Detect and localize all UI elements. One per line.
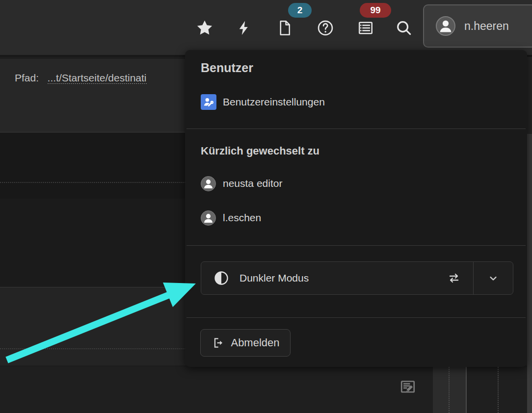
clear-cache-button[interactable] <box>234 18 254 38</box>
logout-icon <box>211 336 225 350</box>
menu-divider <box>186 129 526 129</box>
recent-user-label: l.eschen <box>223 212 261 224</box>
content-columns <box>0 367 527 413</box>
user-settings-icon <box>201 94 216 110</box>
system-warning-count-badge: 99 <box>360 3 391 18</box>
content-column <box>433 367 466 413</box>
user-menu-button[interactable]: n.heeren <box>423 4 532 48</box>
contrast-half-circle-icon <box>213 270 230 286</box>
breadcrumb: Pfad: ...t/Startseite/destinati <box>15 72 185 84</box>
username-label: n.heeren <box>464 20 509 33</box>
bookmark-button[interactable] <box>195 18 214 38</box>
menu-title: Benutzer <box>201 61 253 75</box>
opendocs-count-badge: 2 <box>288 3 312 18</box>
breadcrumb-label: Pfad: <box>15 72 39 83</box>
person-icon <box>202 177 215 190</box>
menu-divider <box>186 317 526 318</box>
color-scheme-toggle[interactable]: Dunkler Modus <box>201 262 473 294</box>
avatar <box>201 176 216 191</box>
typo3-backend-screen: Pfad: ...t/Startseite/destinati <box>0 0 532 413</box>
recent-switch-title: Kürzlich gewechselt zu <box>201 145 319 157</box>
avatar <box>201 210 216 226</box>
edit-record-icon[interactable] <box>399 378 417 395</box>
logout-label: Abmelden <box>231 336 279 349</box>
user-settings-label: Benutzereinstellungen <box>223 96 325 108</box>
recent-user-item[interactable]: l.eschen <box>201 209 261 226</box>
color-scheme-dropdown-button[interactable] <box>474 262 513 294</box>
breadcrumb-path-link[interactable]: ...t/Startseite/destinati <box>48 72 147 84</box>
dotted-column-line <box>449 367 450 413</box>
menu-divider <box>186 245 526 246</box>
user-settings-item[interactable]: Benutzereinstellungen <box>201 93 325 111</box>
avatar <box>436 16 455 36</box>
list-icon <box>357 19 374 37</box>
dotted-column-line <box>498 367 499 413</box>
recent-user-label: neusta editor <box>223 178 282 189</box>
user-dropdown-menu: Benutzer Benutzereinstellungen Kürzlich … <box>185 50 527 367</box>
chevron-down-icon <box>487 272 500 284</box>
help-button[interactable] <box>316 18 335 38</box>
question-circle-icon <box>316 19 335 37</box>
opendocs-button[interactable] <box>275 18 294 38</box>
logout-button[interactable]: Abmelden <box>200 329 291 357</box>
recent-user-item[interactable]: neusta editor <box>201 175 282 192</box>
document-icon <box>276 19 293 37</box>
scrollbar-track[interactable] <box>527 57 532 413</box>
person-icon <box>437 17 454 35</box>
column-divider-line <box>466 367 467 413</box>
star-icon <box>196 19 213 37</box>
search-icon <box>395 19 413 37</box>
person-icon <box>202 211 215 225</box>
system-information-button[interactable] <box>356 18 375 38</box>
color-scheme-label: Dunkler Modus <box>239 272 309 284</box>
scrollbar-thumb[interactable] <box>527 134 532 413</box>
color-scheme-selector: Dunkler Modus <box>201 261 513 295</box>
swap-arrows-icon <box>447 271 461 285</box>
search-button[interactable] <box>394 18 414 38</box>
lightning-bolt-icon <box>236 20 252 36</box>
topbar: 2 99 n.heeren <box>0 0 532 57</box>
